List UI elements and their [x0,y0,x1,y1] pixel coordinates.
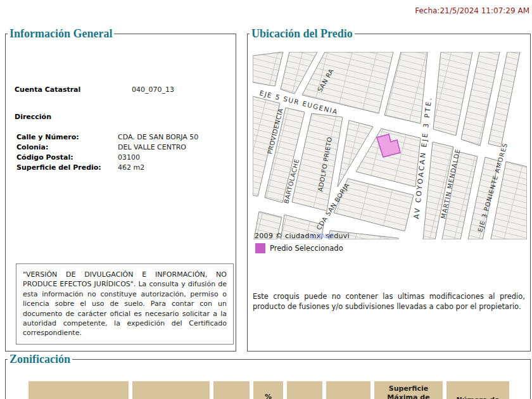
map-note: Este croquis puede no contener las ultim… [253,292,525,312]
zonificacion-col-pct-area: % Área [253,381,283,399]
cadastral-map: EJE 5 SUR EUGENIASAN RAPROVIDENCIABARTOL… [253,52,527,239]
superficie-label: Superficie del Predio: [16,163,118,172]
zonificacion-col-superficie-maxima: Superficie Máxima de Construcción [374,381,443,399]
calle-numero-row: Calle y Número: CDA. DE SAN BORJA 50 [16,133,198,141]
ubicacion-title: Ubicación del Predio [250,28,355,39]
zonificacion-col-m2-min: M2 min. Vivienda [287,381,322,399]
colonia-row: Colonia: DEL VALLE CENTRO [16,143,186,151]
map-area-label-el-valle: EL VALLE [310,234,334,239]
cuenta-catastral-row: Cuenta Catastral 040_070_13 [15,86,174,94]
zonificacion-title: Zonificación [8,353,72,365]
zonificacion-panel: Zonificación Uso del Suelo 1: Niveles: A… [5,353,531,399]
cuenta-catastral-label: Cuenta Catastral [15,86,132,94]
superficie-value: 462 m2 [118,163,144,172]
codigo-postal-label: Código Postal: [16,153,118,162]
superficie-row: Superficie del Predio: 462 m2 [16,163,144,172]
selected-parcel-swatch [255,243,265,253]
seduvi-certificate-page: { "header": { "date": "Fecha:21/5/2024 1… [0,0,532,399]
colonia-label: Colonia: [16,143,118,151]
codigo-postal-value: 03100 [118,153,140,162]
zonificacion-col-altura: Altura: [213,381,250,399]
zonificacion-col-densidad: Densidad [326,381,370,399]
direccion-label: Dirección [15,113,51,121]
map-legend-label: Predio Seleccionado [270,244,343,253]
calle-numero-value: CDA. DE SAN BORJA 50 [118,133,198,141]
zonificacion-col-uso-del-suelo: Uso del Suelo 1: [28,381,129,399]
legal-disclaimer-box: "VERSIÓN DE DIVULGACIÓN E INFORMACIÓN, N… [16,263,234,345]
codigo-postal-row: Código Postal: 03100 [16,153,140,162]
info-general-title: Información General [8,28,114,39]
map-credit: 2009 © ciudadmx, seduvi [255,232,350,239]
zonificacion-col-numero-viviendas: Número de Viviendas [446,381,509,399]
report-date: Fecha:21/5/2024 11:07:29 AM [415,6,529,15]
info-general-panel: Información General Cuenta Catastral 040… [5,28,236,352]
zonificacion-col-niveles: Niveles: [132,381,210,399]
map-legend: Predio Seleccionado [255,243,343,253]
colonia-value: DEL VALLE CENTRO [118,143,186,151]
ubicacion-panel: Ubicación del Predio [247,28,531,352]
calle-numero-label: Calle y Número: [16,133,118,141]
cuenta-catastral-value: 040_070_13 [132,86,174,94]
